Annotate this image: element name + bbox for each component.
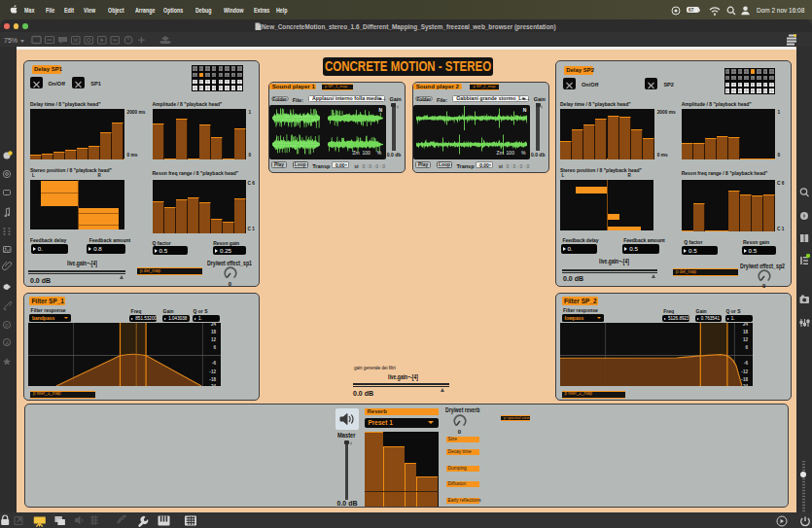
svg-text:-6: -6 [211, 361, 216, 366]
svg-text:18: 18 [743, 330, 749, 334]
svg-text:12: 12 [743, 337, 749, 342]
svg-text:6: 6 [213, 345, 216, 350]
svg-text:-24: -24 [741, 384, 748, 386]
svg-text:P: P [5, 323, 9, 329]
svg-text:12: 12 [210, 337, 216, 342]
svg-text:24: 24 [743, 323, 749, 327]
svg-text:-6: -6 [744, 361, 749, 366]
svg-text:-24: -24 [209, 384, 216, 386]
svg-text:-18: -18 [741, 377, 748, 382]
svg-text:18: 18 [210, 330, 216, 334]
svg-text:-12: -12 [741, 370, 748, 374]
svg-text:6: 6 [745, 345, 748, 350]
svg-text:-12: -12 [209, 370, 216, 374]
svg-text:-18: -18 [209, 377, 216, 382]
svg-text:24: 24 [210, 323, 216, 327]
